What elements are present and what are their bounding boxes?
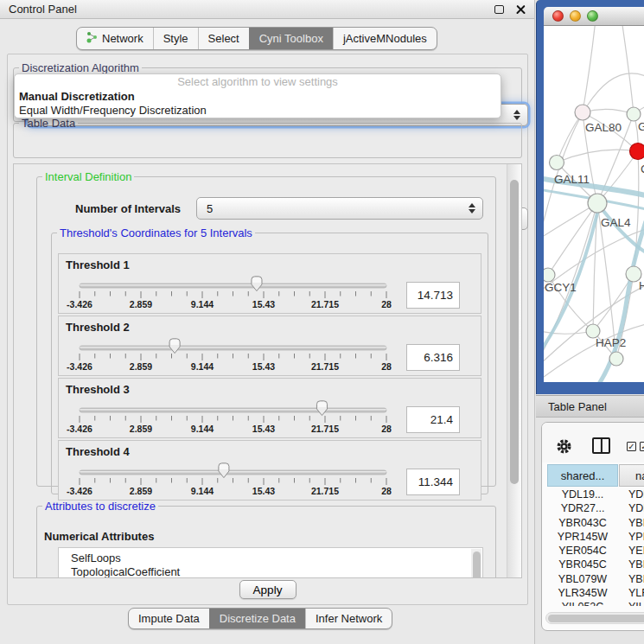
tab-label: Infer Network: [316, 612, 382, 625]
tab-jactivemnodules[interactable]: jActiveMNodules: [333, 28, 437, 49]
settings-scroll-area: Interval Definition Number of Intervals …: [13, 163, 522, 578]
close-window-icon[interactable]: [552, 10, 564, 22]
table-row[interactable]: YLR345WYLR3: [542, 587, 644, 601]
table-row[interactable]: YBL079WYBL0: [542, 573, 644, 587]
network-graph[interactable]: GAL80GACGAL11GAL4GCY1HHAP2: [544, 26, 644, 382]
threshold-3-value-field[interactable]: 21.4: [406, 406, 460, 433]
network-node-gcy1[interactable]: [544, 268, 555, 282]
tab-label: Style: [163, 32, 188, 45]
cell-name: YBL0: [618, 573, 644, 587]
cell-name: YBR0: [618, 558, 644, 572]
svg-text:9.144: 9.144: [191, 361, 214, 372]
horizontal-scrollbar[interactable]: [545, 612, 644, 624]
threshold-2-slider[interactable]: -3.4262.8599.14415.4321.71528: [76, 338, 391, 373]
svg-text:9.144: 9.144: [191, 424, 214, 434]
threshold-4-slider[interactable]: -3.4262.8599.14415.4321.71528: [76, 462, 391, 497]
svg-text:15.43: 15.43: [252, 361, 275, 372]
network-node[interactable]: [609, 352, 623, 366]
list-scrollbar[interactable]: [471, 549, 481, 578]
table-row[interactable]: YIL052CYIL0: [542, 601, 644, 606]
number-of-intervals-select[interactable]: 5: [196, 197, 483, 220]
attributes-group-title: Attributes to discretize: [42, 500, 158, 513]
control-panel-tabs: NetworkStyleSelectCyni ToolboxjActiveMNo…: [76, 27, 437, 50]
cell-name: YDR2: [618, 502, 644, 516]
cell-shared-name: YIL052C: [547, 601, 618, 606]
cell-name: YDL1: [618, 488, 644, 502]
number-of-intervals-value: 5: [207, 202, 213, 215]
tab-label: Select: [208, 32, 239, 45]
zoom-window-icon[interactable]: [587, 10, 598, 22]
table-row[interactable]: YBR045CYBR0: [542, 558, 644, 572]
table-row[interactable]: YPR145WYPR1: [542, 531, 644, 545]
cell-shared-name: YLR345W: [547, 587, 618, 601]
threshold-1-value-field[interactable]: 14.713: [406, 282, 460, 309]
network-node-gal4[interactable]: [588, 194, 607, 213]
svg-text:21.715: 21.715: [311, 486, 339, 496]
network-edge[interactable]: [583, 26, 596, 112]
threshold-2-label: Threshold 2: [66, 321, 130, 334]
attribute-item-selfloops[interactable]: SelfLoops: [71, 552, 482, 565]
threshold-3-slider[interactable]: -3.4262.8599.14415.4321.71528: [76, 400, 391, 435]
split-columns-icon[interactable]: [592, 437, 610, 454]
attribute-item-topologicalcoefficient[interactable]: TopologicalCoefficient: [71, 565, 482, 578]
cell-shared-name: YDL19...: [547, 488, 618, 502]
algorithm-prompt: Select algorithm to view settings: [15, 75, 501, 90]
tab-label: jActiveMNodules: [343, 32, 427, 45]
table-data-title: Table Data: [19, 117, 78, 130]
tab-cyni-toolbox[interactable]: Cyni Toolbox: [249, 28, 333, 49]
svg-text:9.144: 9.144: [191, 299, 214, 309]
tab-style[interactable]: Style: [153, 28, 198, 49]
cell-shared-name: YBR043C: [547, 517, 618, 531]
threshold-3-label: Threshold 3: [66, 383, 130, 396]
float-window-icon[interactable]: [494, 5, 504, 14]
node-label: H: [639, 279, 644, 292]
threshold-1-slider[interactable]: -3.4262.8599.14415.4321.71528: [76, 276, 391, 310]
threshold-2-panel: Threshold 2-3.4262.8599.14415.4321.71528…: [58, 316, 481, 376]
algorithm-option-equal-width-frequency-discretization[interactable]: Equal Width/Frequency Discretization: [15, 104, 501, 118]
node-table: YDL19...YDL1YDR27...YDR2YBR043CYBR0YPR14…: [542, 488, 644, 606]
threshold-2-value-field[interactable]: 6.316: [406, 344, 460, 371]
apply-button[interactable]: Apply: [239, 580, 296, 599]
tab-network[interactable]: Network: [77, 28, 153, 49]
checkbox-icon[interactable]: ✓: [640, 442, 644, 451]
table-row[interactable]: YER054CYER0: [542, 545, 644, 558]
table-row[interactable]: YDL19...YDL1: [542, 488, 644, 502]
svg-text:15.43: 15.43: [252, 299, 275, 309]
svg-text:2.859: 2.859: [130, 361, 152, 372]
network-node-gal80[interactable]: [575, 105, 590, 120]
tab-impute-data[interactable]: Impute Data: [129, 609, 209, 628]
tab-infer-network[interactable]: Infer Network: [305, 609, 392, 628]
network-edge[interactable]: [557, 150, 638, 163]
cell-name: YPR1: [618, 531, 644, 545]
column-header-name[interactable]: name: [619, 464, 644, 487]
tab-label: Network: [102, 32, 143, 45]
network-canvas[interactable]: GAL80GACGAL11GAL4GCY1HHAP2: [544, 26, 644, 382]
table-row[interactable]: YBR043CYBR0: [542, 517, 644, 531]
node-label: HAP2: [596, 336, 626, 349]
svg-text:15.43: 15.43: [252, 486, 275, 496]
panel-title: Control Panel: [9, 3, 494, 16]
close-icon[interactable]: [516, 4, 526, 14]
tab-select[interactable]: Select: [198, 28, 249, 49]
tab-label: Discretize Data: [220, 612, 296, 625]
network-node-ga[interactable]: [627, 107, 641, 121]
vertical-scrollbar[interactable]: [507, 164, 521, 577]
network-node-c[interactable]: [630, 143, 644, 160]
numerical-attributes-list[interactable]: SelfLoopsTopologicalCoefficientBetweenne…: [58, 547, 483, 578]
gear-icon[interactable]: [556, 438, 572, 458]
svg-text:28: 28: [381, 424, 392, 434]
svg-text:-3.426: -3.426: [67, 361, 92, 372]
network-node-gal11[interactable]: [550, 156, 564, 170]
algorithm-option-manual-discretization[interactable]: Manual Discretization: [15, 90, 501, 104]
combo-stepper-icon: [469, 203, 475, 214]
checkbox-icon[interactable]: ✓: [627, 442, 636, 451]
svg-text:15.43: 15.43: [252, 424, 275, 434]
minimize-window-icon[interactable]: [570, 10, 581, 22]
node-label: GAL4: [601, 216, 631, 229]
svg-text:2.859: 2.859: [130, 299, 152, 309]
column-header-shared-name[interactable]: shared...: [547, 464, 618, 487]
network-edge[interactable]: [622, 26, 634, 114]
table-row[interactable]: YDR27...YDR2: [542, 502, 644, 516]
tab-discretize-data[interactable]: Discretize Data: [209, 609, 305, 628]
threshold-4-value-field[interactable]: 11.344: [406, 469, 460, 495]
